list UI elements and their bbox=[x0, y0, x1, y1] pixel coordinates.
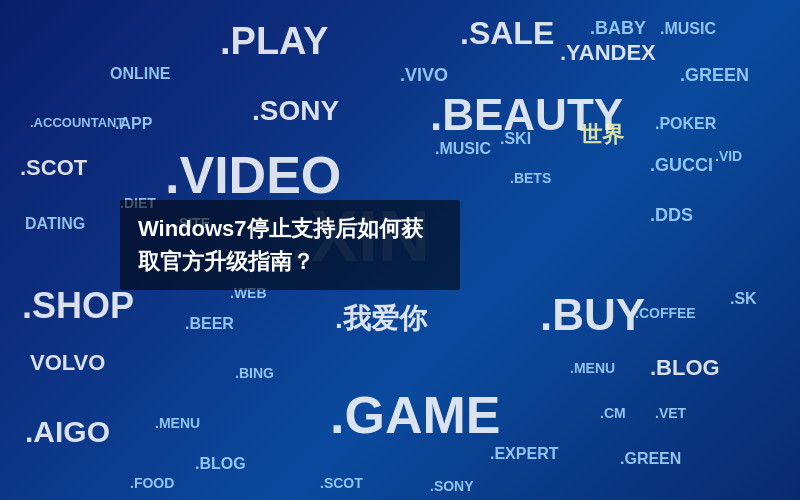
word-cloud-item: .APP bbox=[115, 115, 152, 133]
word-cloud-item: .GREEN bbox=[680, 65, 749, 86]
word-cloud-item: .SHOP bbox=[22, 285, 134, 327]
word-cloud-item: .BLOG bbox=[195, 455, 246, 473]
word-cloud-item: .我爱你 bbox=[335, 300, 427, 338]
word-cloud-item: .SCOT bbox=[20, 155, 87, 181]
word-cloud-item: .YANDEX bbox=[560, 40, 656, 66]
background: .PLAY.SALEONLINE.SONY.VIVO.YANDEX.MUSIC.… bbox=[0, 0, 800, 500]
word-cloud-item: volvo bbox=[30, 350, 105, 376]
word-cloud-item: .BABY bbox=[590, 18, 646, 39]
word-cloud-item: .ACCOUNTANT bbox=[30, 115, 124, 130]
word-cloud-item: .GUCCI bbox=[650, 155, 713, 176]
word-cloud-item: .EXPERT bbox=[490, 445, 558, 463]
word-cloud-item: .DDS bbox=[650, 205, 693, 226]
word-cloud-item: ONLINE bbox=[110, 65, 170, 83]
word-cloud-item: .BEER bbox=[185, 315, 234, 333]
word-cloud-item: .SALE bbox=[460, 15, 554, 52]
word-cloud-item: DATING bbox=[25, 215, 85, 233]
word-cloud-item: .VET bbox=[655, 405, 686, 421]
word-cloud-item: .GREEN bbox=[620, 450, 681, 468]
word-cloud-item: .VID bbox=[715, 148, 742, 164]
word-cloud-item: .CM bbox=[600, 405, 626, 421]
word-cloud-item: 世界 bbox=[580, 120, 624, 150]
word-cloud-item: .GAME bbox=[330, 385, 500, 445]
word-cloud-item: .BING bbox=[235, 365, 274, 381]
word-cloud-item: .SONY bbox=[430, 478, 474, 494]
word-cloud-item: .BETS bbox=[510, 170, 551, 186]
word-cloud-item: .MUSIC bbox=[660, 20, 716, 38]
word-cloud-item: .MENU bbox=[155, 415, 200, 431]
word-cloud-item: .COFFEE bbox=[635, 305, 696, 321]
word-cloud-item: .SCOT bbox=[320, 475, 363, 491]
word-cloud-item: .SK bbox=[730, 290, 757, 308]
word-cloud-item: .PLAY bbox=[220, 20, 328, 63]
word-cloud-item: .SONY bbox=[252, 95, 339, 127]
word-cloud-item: .MENU bbox=[570, 360, 615, 376]
word-cloud-item: .BUY bbox=[540, 290, 645, 340]
word-cloud-item: .AIGO bbox=[25, 415, 110, 449]
word-cloud-item: .POKER bbox=[655, 115, 716, 133]
article-title: Windows7停止支持后如何获取官方升级指南？ bbox=[120, 200, 460, 290]
word-cloud-item: .VIVO bbox=[400, 65, 448, 86]
word-cloud-item: .SKI bbox=[500, 130, 531, 148]
word-cloud-item: .FOOD bbox=[130, 475, 174, 491]
word-cloud-item: .BLOG bbox=[650, 355, 720, 381]
word-cloud-item: .MUSIC bbox=[435, 140, 491, 158]
